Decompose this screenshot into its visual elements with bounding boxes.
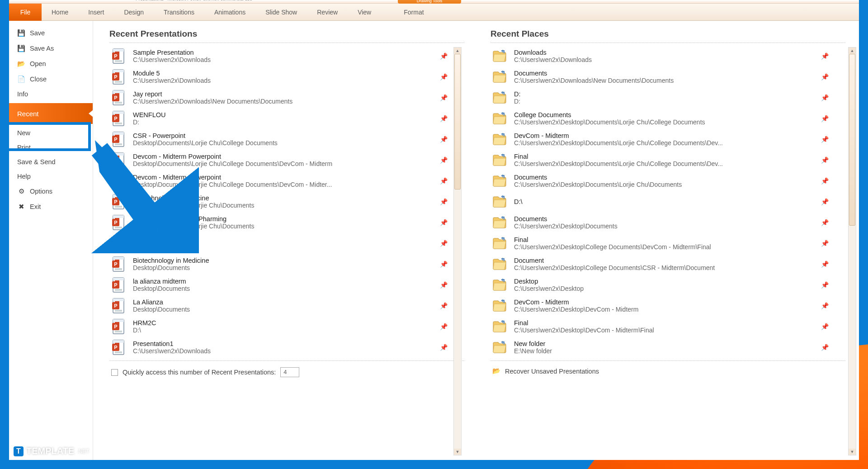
pin-button[interactable]: 📌 xyxy=(440,52,449,60)
folder-icon xyxy=(491,256,508,272)
presentations-scrollbar[interactable]: ▲ ▼ xyxy=(453,47,462,455)
pin-button[interactable]: 📌 xyxy=(821,94,830,101)
pin-button[interactable]: 📌 xyxy=(821,240,830,247)
place-item[interactable]: FinalC:\Users\wen2x\Desktop\Documents\Lo… xyxy=(491,150,831,171)
presentation-item[interactable]: P la alianza midtermDesktop\Documents 📌 xyxy=(109,275,450,295)
pin-button[interactable]: 📌 xyxy=(440,261,449,268)
print-button[interactable]: Print xyxy=(9,140,93,155)
new-button[interactable]: New xyxy=(9,126,93,140)
format-tab[interactable]: Format xyxy=(394,4,434,21)
pin-button[interactable]: 📌 xyxy=(440,281,449,289)
file-tab[interactable]: File xyxy=(9,4,42,21)
place-item[interactable]: D:\ 📌 xyxy=(491,191,831,212)
pin-button[interactable]: 📌 xyxy=(821,261,830,268)
pin-button[interactable]: 📌 xyxy=(821,52,830,60)
pin-button[interactable]: 📌 xyxy=(821,115,830,122)
insert-tab[interactable]: Insert xyxy=(78,4,114,21)
presentation-item[interactable]: P Biotechnology in MedicineDesktop\Docum… xyxy=(109,191,450,212)
scroll-thumb[interactable] xyxy=(454,54,461,189)
quick-access-checkbox[interactable] xyxy=(111,369,118,376)
pin-button[interactable]: 📌 xyxy=(440,94,449,101)
pin-button[interactable]: 📌 xyxy=(821,73,830,81)
design-tab[interactable]: Design xyxy=(114,4,154,21)
place-item[interactable]: D:D: 📌 xyxy=(491,87,831,108)
pin-button[interactable]: 📌 xyxy=(821,323,830,330)
help-button[interactable]: Help xyxy=(9,169,93,184)
place-item[interactable]: FinalC:\Users\wen2x\Desktop\College Docu… xyxy=(491,233,831,254)
presentation-item[interactable]: P GROUP 15D:\ 📌 xyxy=(109,233,450,254)
presentation-item[interactable]: P Devcom - Midterm PowerpointDesktop\Doc… xyxy=(109,150,450,171)
pin-button[interactable]: 📌 xyxy=(440,219,449,226)
open-button[interactable]: 📂Open xyxy=(9,56,93,71)
presentation-item[interactable]: P Presentation1C:\Users\wen2x\Downloads … xyxy=(109,337,450,358)
pin-button[interactable]: 📌 xyxy=(821,281,830,289)
powerpoint-file-icon: P xyxy=(110,298,127,314)
close-button[interactable]: 📄Close xyxy=(9,71,93,87)
home-tab[interactable]: Home xyxy=(42,4,78,21)
place-path: C:\Users\wen2x\Downloads\New Documents\D… xyxy=(514,77,815,84)
presentation-item[interactable]: P Module 5C:\Users\wen2x\Downloads 📌 xyxy=(109,66,450,87)
scroll-up-icon[interactable]: ▲ xyxy=(849,47,856,54)
place-name: DevCom - Midterm xyxy=(514,298,815,306)
presentation-item[interactable]: P Biotechnology in MedicineDesktop\Docum… xyxy=(109,254,450,275)
recover-link[interactable]: Recover Unsaved Presentations xyxy=(505,368,599,375)
save-send-button[interactable]: Save & Send xyxy=(9,155,93,169)
pin-button[interactable]: 📌 xyxy=(440,344,449,351)
pin-button[interactable]: 📌 xyxy=(821,177,830,185)
scroll-up-icon[interactable]: ▲ xyxy=(454,47,461,54)
pin-button[interactable]: 📌 xyxy=(440,136,449,143)
scroll-down-icon[interactable]: ▼ xyxy=(454,449,461,455)
pin-button[interactable]: 📌 xyxy=(440,73,449,81)
place-item[interactable]: FinalC:\Users\wen2x\Desktop\DevCom - Mid… xyxy=(491,316,831,337)
info-button[interactable]: Info xyxy=(9,87,93,101)
pin-button[interactable]: 📌 xyxy=(440,302,449,309)
presentation-item[interactable]: P HRM2CD:\ 📌 xyxy=(109,316,450,337)
presentation-item[interactable]: P Sample PresentationC:\Users\wen2x\Down… xyxy=(109,46,450,66)
animations-tab[interactable]: Animations xyxy=(204,4,255,21)
presentation-item[interactable]: P Biomanufacturing and PharmingDesktop\D… xyxy=(109,212,450,233)
presentation-item[interactable]: P WENFLOUD: 📌 xyxy=(109,108,450,129)
place-item[interactable]: DownloadsC:\Users\wen2x\Downloads 📌 xyxy=(491,46,831,66)
presentation-item[interactable]: P Devcom - Midterm PowerpointDesktop\Doc… xyxy=(109,171,450,191)
folder-icon xyxy=(491,194,508,210)
place-item[interactable]: DocumentsC:\Users\wen2x\Desktop\Document… xyxy=(491,212,831,233)
place-item[interactable]: DevCom - MidtermC:\Users\wen2x\Desktop\D… xyxy=(491,295,831,316)
pin-button[interactable]: 📌 xyxy=(821,344,830,351)
pin-button[interactable]: 📌 xyxy=(440,115,449,122)
presentation-item[interactable]: P CSR - PowerpointDesktop\Documents\Lorj… xyxy=(109,129,450,150)
options-button[interactable]: ⚙Options xyxy=(9,184,93,199)
pin-button[interactable]: 📌 xyxy=(440,177,449,185)
place-item[interactable]: DevCom - MidtermC:\Users\wen2x\Desktop\D… xyxy=(491,129,831,150)
place-item[interactable]: DocumentsC:\Users\wen2x\Downloads\New Do… xyxy=(491,66,831,87)
pin-button[interactable]: 📌 xyxy=(440,198,449,205)
place-item[interactable]: DocumentsC:\Users\wen2x\Desktop\Document… xyxy=(491,171,831,191)
save-button[interactable]: 💾Save xyxy=(9,25,93,41)
place-item[interactable]: New folderE:\New folder 📌 xyxy=(491,337,831,358)
place-item[interactable]: DocumentC:\Users\wen2x\Desktop\College D… xyxy=(491,254,831,275)
pin-button[interactable]: 📌 xyxy=(821,219,830,226)
pin-button[interactable]: 📌 xyxy=(821,156,830,164)
pin-button[interactable]: 📌 xyxy=(440,323,449,330)
place-item[interactable]: College DocumentsC:\Users\wen2x\Desktop\… xyxy=(491,108,831,129)
review-tab[interactable]: Review xyxy=(307,4,348,21)
transitions-tab[interactable]: Transitions xyxy=(154,4,204,21)
place-item[interactable]: DesktopC:\Users\wen2x\Desktop 📌 xyxy=(491,275,831,295)
powerpoint-file-icon: P xyxy=(110,69,127,85)
places-scrollbar[interactable]: ▲ ▼ xyxy=(848,47,856,455)
slideshow-tab[interactable]: Slide Show xyxy=(255,4,307,21)
recent-button[interactable]: Recent xyxy=(9,103,93,124)
exit-button[interactable]: ✖Exit xyxy=(9,199,93,214)
presentation-item[interactable]: P Jay reportC:\Users\wen2x\Downloads\New… xyxy=(109,87,450,108)
place-path: C:\Users\wen2x\Desktop\DevCom - Midterm\… xyxy=(514,327,815,334)
presentation-item[interactable]: P La AlianzaDesktop\Documents 📌 xyxy=(109,295,450,316)
pin-button[interactable]: 📌 xyxy=(440,240,449,247)
scroll-down-icon[interactable]: ▼ xyxy=(849,449,856,455)
scroll-thumb[interactable] xyxy=(849,54,855,226)
pin-button[interactable]: 📌 xyxy=(440,156,449,164)
pin-button[interactable]: 📌 xyxy=(821,136,830,143)
quick-access-count[interactable]: 4 xyxy=(280,367,299,377)
save-as-button[interactable]: 💾Save As xyxy=(9,41,93,56)
pin-button[interactable]: 📌 xyxy=(821,198,830,205)
pin-button[interactable]: 📌 xyxy=(821,302,830,309)
view-tab[interactable]: View xyxy=(348,4,381,21)
